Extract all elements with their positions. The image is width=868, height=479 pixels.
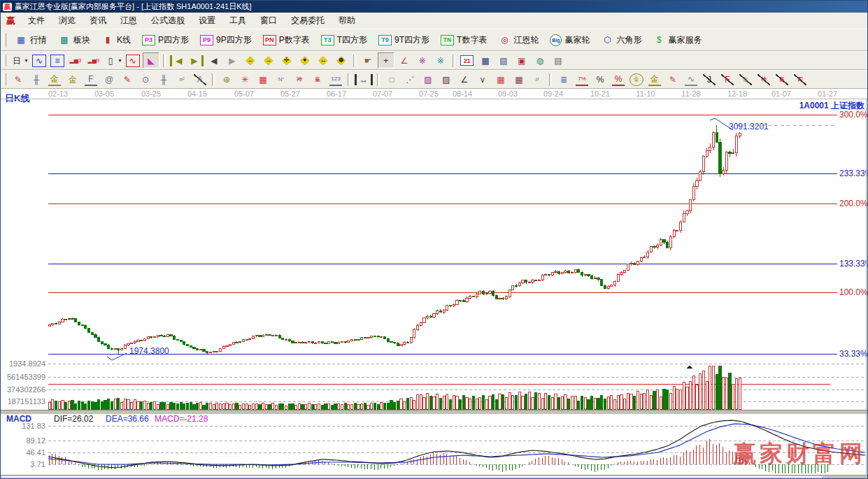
brush-tool[interactable]: ✎ [10,71,27,87]
menu-item-0[interactable]: 文件 [21,13,52,29]
pen-red-tool[interactable]: ✎ [664,71,681,87]
percent-angle-tool[interactable]: 7% [574,71,590,87]
zoom-left-diamond[interactable]: ◆← [242,52,259,69]
symbol-label[interactable]: 1A0001 上证指数 [799,100,865,112]
hand-tool[interactable]: ☛ [360,52,376,69]
t-number-table-button[interactable]: TNT数字表 [435,32,492,48]
zigzag-red-tool[interactable]: ∿ [124,52,141,69]
brush2-tool[interactable]: ✎ [119,71,136,87]
t-square-button[interactable]: T3T四方形 [315,32,373,48]
gann-wheel-button[interactable]: ◎江恩轮 [492,32,544,48]
angle-tool[interactable]: ∠ [396,52,413,69]
grid-target-tool[interactable]: ▦ [255,71,271,87]
expand-diamond[interactable]: ◆✛ [278,52,295,69]
menu-item-7[interactable]: 窗口 [253,13,284,29]
ruler-123-tool[interactable]: 123 [327,71,344,87]
ying-grid-tool[interactable]: 赢 [309,71,326,87]
kline-button[interactable]: ▮K线 [96,32,136,48]
scrollbar-track-right[interactable] [825,476,868,479]
gold-circle-tool[interactable]: 金 [628,71,645,87]
macd-pane-label[interactable]: MACD [6,414,31,424]
bars-3-tool[interactable]: ▂▅3 [67,52,84,69]
f-grid-tool[interactable]: F [83,71,99,87]
pane-splitter-volume-macd[interactable] [1,410,868,415]
shen-grid-tool[interactable]: 神 [291,71,308,87]
knot-cyan-tool[interactable]: ※ [432,52,449,69]
p9-square-button[interactable]: P99P四方形 [194,32,257,48]
si-angle-tool[interactable]: 四 [792,71,809,87]
export-button[interactable]: ◍ [532,52,548,69]
clock-circle-tool[interactable]: ⊙ [137,71,154,87]
j-angle-tool[interactable]: J [701,71,718,87]
menu-item-5[interactable]: 设置 [192,13,222,29]
kline-style-dropdown[interactable]: 日▼ [10,52,29,69]
market-quotes-button[interactable]: ▦行情 [9,32,52,48]
menu-item-6[interactable]: 工具 [222,13,253,29]
peak-price-annotation[interactable]: 3091.3201 [729,122,769,131]
compass-tool[interactable]: ⊕ [218,71,235,87]
print-button[interactable]: ▤ [550,52,567,69]
shen-angle-tool[interactable]: 神 [755,71,772,87]
spiral-tool[interactable]: @ [101,71,118,87]
n2-tool[interactable]: n² [173,71,190,87]
hash-tool[interactable]: ╫ [155,71,172,87]
save-button[interactable]: ▣ [513,52,530,69]
bars-9-tool[interactable]: ▂▅9 [85,52,102,69]
n-quote-tool[interactable]: Ν" [273,71,290,87]
fan-box-tool[interactable]: ▨ [420,71,436,87]
menu-item-8[interactable]: 交易委托 [284,13,332,29]
starburst-tool[interactable]: ✳ [236,71,253,87]
nav-prev-button[interactable]: ◀ [206,52,222,69]
winner-service-button[interactable]: $赢家服务 [647,32,707,48]
gold-angle-tool[interactable]: 金 [737,71,754,87]
red-grid2-tool[interactable]: ▦ [511,71,527,87]
gold-grid2-tool[interactable]: 金 [64,71,81,87]
info-note-tool[interactable]: ≡ [49,52,66,69]
wave-a-tool[interactable]: ∿ [683,71,699,87]
scrollbar-thumb[interactable] [2,476,823,479]
low-price-annotation[interactable]: 1974.3800 [129,346,169,356]
menu-item-2[interactable]: 资讯 [83,13,113,29]
candle-width-dropdown[interactable]: ▯▼ [104,52,123,69]
zoom-right-diamond[interactable]: ◆→ [260,52,277,69]
nav-next-button[interactable]: ▶ [224,52,241,69]
grid-lines-tool[interactable]: ╫ [28,71,45,87]
frame-tool[interactable]: □ [383,71,400,87]
knot-purple-tool[interactable]: ※ [414,52,431,69]
t9-square-button[interactable]: T99T四方形 [373,32,435,48]
f-angle-tool[interactable]: F [719,71,736,87]
fan-red-tool[interactable]: ⋰ [401,71,418,87]
pan-diamond[interactable]: ◆↔ [315,52,332,69]
toolbar-grip[interactable] [3,33,6,48]
v-lines-tool[interactable]: ∨ [474,71,491,87]
report-button[interactable]: ▤ [495,52,512,69]
calendar-button[interactable]: 21 [459,52,476,69]
winner-wheel-button[interactable]: Big赢家轮 [544,32,595,48]
percent-line-tool[interactable]: % [610,71,627,87]
gold-line-tool[interactable]: 金 [646,71,663,87]
toolbar-grip[interactable] [3,73,6,86]
parallel-tool[interactable]: // [529,71,546,87]
menu-item-4[interactable]: 公式选股 [144,13,192,29]
horizontal-scrollbar[interactable] [1,475,868,479]
table-values-tool[interactable]: ≣ [555,71,572,87]
width-arrows-tool[interactable]: ↔ [354,71,373,87]
calculator-button[interactable]: ▦ [477,52,494,69]
fan-box2-tool[interactable]: ▨ [438,71,455,87]
toolbar-grip[interactable] [3,55,6,67]
menu-item-9[interactable]: 帮助 [332,13,362,29]
p-square-button[interactable]: P3P四方形 [136,32,194,48]
red-grid-tool[interactable]: ▦ [492,71,509,87]
a-ruler-tool[interactable]: A [192,71,208,87]
nav-first-button[interactable]: ◀ [169,52,186,69]
nav-last-button[interactable]: ▶ [187,52,204,69]
sectors-button[interactable]: ▩板块 [52,32,96,48]
crosshair-tool[interactable]: + [378,52,394,69]
gold-grid-tool[interactable]: 金 [46,71,63,87]
zigzag-blue-tool[interactable]: ∿ [31,52,48,69]
menu-item-3[interactable]: 江恩 [113,13,144,29]
menu-item-1[interactable]: 浏览 [52,13,83,29]
trend-flag-tool[interactable]: ◣ [143,52,159,69]
angle-fan-tool[interactable]: ∠ [456,71,473,87]
center-diamond[interactable]: ◆✽ [333,52,350,69]
